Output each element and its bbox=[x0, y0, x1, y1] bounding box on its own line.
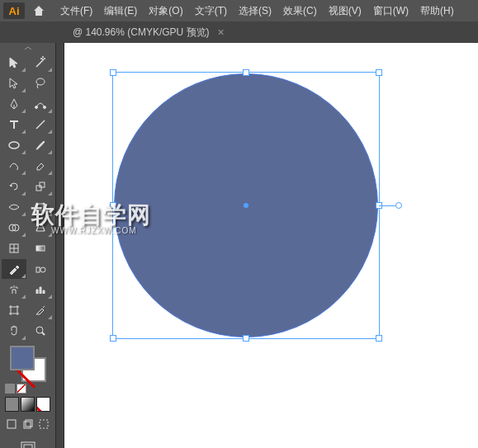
home-icon bbox=[32, 4, 45, 17]
svg-point-8 bbox=[43, 203, 45, 205]
svg-rect-5 bbox=[40, 182, 45, 187]
scale-tool[interactable] bbox=[28, 177, 53, 196]
paintbrush-tool[interactable] bbox=[28, 135, 53, 155]
svg-rect-4 bbox=[36, 186, 41, 191]
tools-panel bbox=[0, 43, 56, 448]
color-mode-solid[interactable] bbox=[5, 397, 19, 412]
svg-rect-20 bbox=[24, 422, 31, 428]
rotate-tool[interactable] bbox=[2, 177, 26, 196]
svg-point-2 bbox=[44, 106, 46, 109]
menu-select[interactable]: 选择(S) bbox=[233, 0, 277, 21]
svg-point-10 bbox=[43, 210, 45, 211]
document-tab[interactable]: @ 140.96% (CMYK/GPU 预览) × bbox=[64, 21, 233, 43]
gradient-tool[interactable] bbox=[28, 238, 53, 258]
color-mode-none[interactable] bbox=[36, 397, 50, 412]
draw-normal[interactable] bbox=[5, 417, 18, 431]
svg-point-18 bbox=[36, 327, 43, 333]
panel-collapse-handle[interactable] bbox=[2, 46, 54, 51]
magic-wand-tool[interactable] bbox=[28, 53, 53, 73]
svg-rect-21 bbox=[26, 420, 32, 427]
zoom-tool[interactable] bbox=[28, 321, 53, 341]
tab-close-button[interactable]: × bbox=[218, 26, 225, 39]
selection-tool[interactable] bbox=[2, 53, 26, 73]
menu-file[interactable]: 文件(F) bbox=[54, 0, 98, 21]
handle-bottom-right[interactable] bbox=[376, 335, 382, 342]
eraser-tool[interactable] bbox=[28, 156, 53, 176]
handle-bottom-mid[interactable] bbox=[243, 335, 249, 342]
fill-swatch[interactable] bbox=[10, 346, 35, 370]
handle-top-mid[interactable] bbox=[243, 69, 249, 76]
tab-title: @ 140.96% (CMYK/GPU 预览) bbox=[73, 26, 210, 40]
selection-bounding-box bbox=[112, 72, 380, 339]
type-tool[interactable] bbox=[2, 115, 26, 134]
menu-view[interactable]: 视图(V) bbox=[323, 0, 367, 21]
handle-top-left[interactable] bbox=[110, 69, 116, 76]
home-button[interactable] bbox=[30, 2, 48, 20]
lasso-tool[interactable] bbox=[28, 73, 53, 93]
eyedropper-tool[interactable] bbox=[2, 259, 26, 279]
svg-rect-14 bbox=[36, 246, 45, 251]
svg-rect-6 bbox=[37, 204, 44, 210]
draw-behind[interactable] bbox=[21, 417, 35, 431]
svg-point-3 bbox=[9, 142, 19, 149]
svg-rect-24 bbox=[24, 445, 32, 448]
mesh-tool[interactable] bbox=[2, 238, 26, 258]
svg-point-0 bbox=[36, 78, 45, 85]
svg-rect-22 bbox=[40, 420, 48, 428]
column-graph-tool[interactable] bbox=[28, 280, 53, 299]
menu-edit[interactable]: 编辑(E) bbox=[98, 0, 143, 21]
menu-type[interactable]: 文字(T) bbox=[189, 0, 233, 21]
symbol-sprayer-tool[interactable] bbox=[2, 280, 26, 299]
direct-selection-tool[interactable] bbox=[2, 73, 26, 93]
document-tab-bar: @ 140.96% (CMYK/GPU 预览) × bbox=[0, 21, 478, 43]
rectangle-tool[interactable] bbox=[2, 135, 26, 155]
svg-point-7 bbox=[36, 203, 38, 205]
swap-fill-stroke[interactable] bbox=[5, 384, 15, 394]
menu-help[interactable]: 帮助(H) bbox=[414, 0, 460, 21]
selection-center bbox=[244, 203, 248, 208]
free-transform-tool[interactable] bbox=[28, 197, 53, 217]
pie-widget-handle[interactable] bbox=[395, 202, 402, 209]
perspective-tool[interactable] bbox=[28, 218, 53, 238]
blend-tool[interactable] bbox=[28, 259, 53, 279]
slice-tool[interactable] bbox=[28, 300, 53, 320]
color-mode-row bbox=[5, 397, 50, 412]
pen-tool[interactable] bbox=[2, 94, 26, 114]
shape-builder-tool[interactable] bbox=[2, 218, 26, 238]
svg-point-16 bbox=[40, 267, 45, 272]
svg-rect-17 bbox=[11, 307, 17, 314]
color-section bbox=[2, 344, 54, 448]
pie-widget-line bbox=[379, 205, 395, 206]
menu-bar: Ai 文件(F) 编辑(E) 对象(O) 文字(T) 选择(S) 效果(C) 视… bbox=[0, 0, 478, 21]
artboard-tool[interactable] bbox=[2, 300, 26, 320]
panel-resize-strip[interactable] bbox=[56, 43, 64, 448]
svg-rect-15 bbox=[36, 267, 40, 272]
curvature-tool[interactable] bbox=[28, 94, 53, 114]
line-tool[interactable] bbox=[28, 115, 53, 134]
color-mode-gradient[interactable] bbox=[21, 397, 35, 412]
handle-top-right[interactable] bbox=[376, 69, 382, 76]
handle-bottom-left[interactable] bbox=[110, 335, 116, 342]
draw-inside[interactable] bbox=[37, 417, 50, 431]
menu-object[interactable]: 对象(O) bbox=[143, 0, 188, 21]
shaper-tool[interactable] bbox=[2, 156, 26, 176]
svg-rect-19 bbox=[7, 420, 16, 428]
app-logo: Ai bbox=[3, 2, 25, 19]
fill-stroke-swatch[interactable] bbox=[10, 346, 46, 382]
menu-effect[interactable]: 效果(C) bbox=[277, 0, 323, 21]
svg-point-1 bbox=[35, 106, 38, 109]
canvas[interactable]: 软件自学网 WWW.RJZXW.COM bbox=[64, 43, 478, 448]
handle-mid-left[interactable] bbox=[110, 202, 116, 209]
menu-window[interactable]: 窗口(W) bbox=[367, 0, 414, 21]
width-tool[interactable] bbox=[2, 197, 26, 217]
hand-tool[interactable] bbox=[2, 321, 26, 341]
default-fill-stroke[interactable] bbox=[17, 384, 26, 394]
screen-mode[interactable] bbox=[16, 436, 40, 448]
svg-point-9 bbox=[36, 210, 38, 211]
